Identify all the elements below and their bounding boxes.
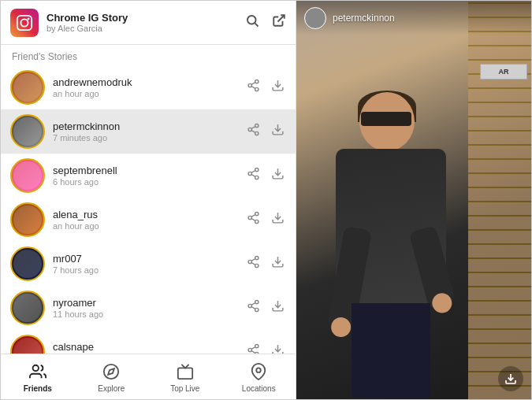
svg-point-8 — [255, 87, 259, 91]
video-background: AR petermckinnon — [296, 1, 531, 399]
svg-point-38 — [255, 308, 259, 311]
video-avatar — [304, 7, 326, 29]
svg-line-22 — [251, 171, 255, 173]
svg-line-45 — [251, 351, 255, 354]
svg-point-37 — [248, 304, 251, 307]
story-item[interactable]: petermckinnon7 minutes ago — [1, 109, 296, 154]
svg-point-19 — [248, 172, 251, 175]
svg-point-36 — [255, 300, 259, 303]
story-time: 7 hours ago — [53, 265, 245, 275]
person-glasses — [361, 112, 411, 126]
share-button[interactable] — [245, 165, 262, 186]
download-button[interactable] — [270, 298, 286, 318]
story-username: andrewnemodruk — [53, 76, 245, 88]
story-time: 7 minutes ago — [53, 133, 245, 143]
svg-line-27 — [251, 219, 255, 221]
story-item[interactable]: nyroamer11 hours ago — [1, 286, 296, 330]
svg-point-18 — [255, 168, 259, 171]
nav-item-friends[interactable]: Friends — [1, 358, 75, 398]
story-item[interactable]: mr0077 hours ago — [1, 242, 296, 286]
friends-icon — [29, 363, 47, 383]
video-top-overlay: petermckinnon — [296, 1, 531, 35]
svg-line-9 — [251, 87, 255, 89]
svg-point-55 — [104, 364, 118, 378]
download-button[interactable] — [270, 77, 286, 98]
share-button[interactable] — [245, 342, 262, 354]
svg-line-15 — [251, 131, 255, 133]
share-button[interactable] — [245, 298, 262, 318]
story-actions — [245, 77, 286, 98]
svg-point-12 — [255, 124, 259, 127]
sign-overlay: AR — [480, 64, 527, 80]
share-button[interactable] — [245, 77, 262, 98]
search-icon[interactable] — [245, 13, 259, 31]
story-username: mr007 — [53, 253, 245, 265]
story-actions — [245, 165, 286, 186]
story-item[interactable]: calsnape12 hours ago — [1, 330, 296, 354]
app-subtitle: by Alec Garcia — [47, 24, 245, 33]
app-title-block: Chrome IG Story by Alec Garcia — [47, 12, 245, 34]
download-button[interactable] — [270, 209, 286, 230]
story-info: petermckinnon7 minutes ago — [53, 120, 245, 143]
svg-point-6 — [255, 80, 259, 83]
brick-wall — [468, 1, 531, 399]
top-live-icon — [177, 363, 194, 383]
story-list: andrewnemodrukan hour agopetermckinnon7 … — [1, 65, 296, 354]
explore-icon — [102, 363, 120, 383]
download-button[interactable] — [270, 121, 286, 142]
download-button[interactable] — [270, 254, 286, 274]
svg-point-13 — [248, 128, 251, 131]
story-actions — [245, 254, 286, 274]
person-hand-left — [329, 316, 352, 339]
share-button[interactable] — [245, 254, 262, 274]
svg-point-1 — [20, 19, 28, 26]
nav-item-locations[interactable]: Locations — [222, 358, 296, 398]
svg-point-42 — [255, 344, 259, 347]
left-panel: Chrome IG Story by Alec Garcia Friend's … — [1, 1, 296, 400]
svg-line-21 — [251, 175, 255, 177]
story-info: andrewnemodrukan hour ago — [53, 76, 245, 98]
svg-line-39 — [251, 307, 255, 309]
app-logo — [10, 9, 39, 37]
svg-line-28 — [251, 215, 255, 217]
story-time: 11 hours ago — [53, 309, 245, 319]
app-header: Chrome IG Story by Alec Garcia — [1, 1, 296, 45]
story-item[interactable]: andrewnemodrukan hour ago — [1, 65, 296, 109]
svg-point-25 — [248, 216, 251, 219]
svg-line-4 — [255, 23, 258, 26]
friends-label: Friends — [24, 384, 52, 393]
right-panel: AR petermckinnon — [296, 1, 531, 399]
header-actions — [245, 13, 286, 31]
svg-point-54 — [32, 365, 38, 370]
share-button[interactable] — [245, 209, 262, 230]
svg-point-43 — [248, 348, 251, 351]
story-item[interactable]: alena_rusan hour ago — [1, 198, 296, 242]
story-info: alena_rusan hour ago — [53, 209, 245, 231]
svg-point-30 — [255, 256, 259, 259]
download-button[interactable] — [270, 342, 286, 354]
person-figure — [320, 84, 462, 399]
video-download-button[interactable] — [498, 366, 523, 391]
top-live-label: Top Live — [170, 384, 199, 393]
story-item[interactable]: septembrenell6 hours ago — [1, 154, 296, 198]
svg-point-7 — [248, 83, 251, 87]
svg-point-14 — [255, 131, 259, 135]
story-username: septembrenell — [53, 165, 245, 176]
svg-line-33 — [251, 263, 255, 265]
bottom-nav: FriendsExploreTop LiveLocations — [1, 354, 296, 400]
open-external-icon[interactable] — [272, 13, 286, 31]
avatar — [10, 158, 45, 193]
svg-line-5 — [278, 15, 285, 21]
svg-line-34 — [251, 259, 255, 261]
share-button[interactable] — [245, 121, 262, 142]
nav-item-explore[interactable]: Explore — [75, 358, 149, 398]
svg-point-2 — [28, 17, 30, 20]
download-button[interactable] — [270, 165, 286, 186]
svg-rect-0 — [17, 15, 32, 29]
avatar — [10, 114, 45, 149]
story-info: mr0077 hours ago — [53, 253, 245, 275]
story-username: petermckinnon — [53, 120, 245, 132]
nav-item-top-live[interactable]: Top Live — [148, 358, 222, 398]
svg-point-3 — [247, 16, 256, 24]
story-info: septembrenell6 hours ago — [53, 165, 245, 187]
